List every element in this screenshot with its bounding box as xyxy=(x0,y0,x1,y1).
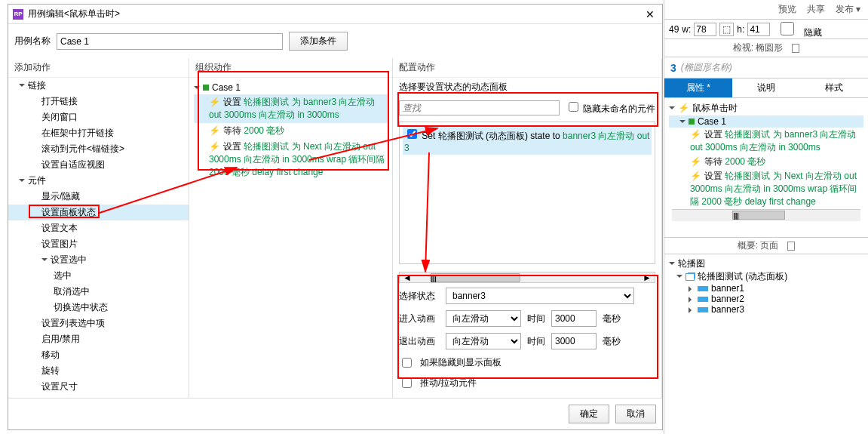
caret-down-icon xyxy=(19,84,25,90)
interactions-tree: ⚡鼠标单击时 Case 1 ⚡设置 轮播图测试 为 banner3 向左滑动 o… xyxy=(664,98,868,238)
lock-icon[interactable]: ⬚ xyxy=(719,23,734,36)
preview-link[interactable]: 预览 xyxy=(778,3,796,16)
case-icon xyxy=(203,85,209,91)
caret-down-icon xyxy=(676,275,682,281)
tree-item[interactable]: 移动 xyxy=(8,347,189,363)
height-input[interactable] xyxy=(747,23,770,36)
tree-item[interactable]: 旋转 xyxy=(8,363,189,379)
action-node[interactable]: ⚡设置 轮播图测试 为 Next 向左滑动 out 3000ms 向左滑动 in… xyxy=(669,169,863,209)
time-label: 时间 xyxy=(527,335,545,348)
anim-out-dropdown[interactable]: 向左滑动 xyxy=(446,333,521,349)
anim-in-dropdown[interactable]: 向左滑动 xyxy=(446,310,521,327)
action-node[interactable]: ⚡设置 轮播图测试 为 banner3 向左滑动 out 3000ms 向左滑动… xyxy=(669,128,863,155)
panel-list[interactable]: Set 轮播图测试 (动态面板) state to banner3 向左滑动 o… xyxy=(399,122,655,264)
horizontal-scrollbar[interactable]: ◄ Ⅲ ► xyxy=(399,272,655,283)
caret-down-icon xyxy=(41,258,48,264)
ms-label: 毫秒 xyxy=(603,335,621,348)
caret-down-icon xyxy=(669,262,675,268)
panel-item-checkbox[interactable] xyxy=(407,129,417,139)
time-label: 时间 xyxy=(527,312,545,325)
dialog-body: 添加动作 链接 打开链接 关闭窗口 在框架中打开链接 滚动到元件<锚链接> 设置… xyxy=(8,58,662,398)
case-editor-dialog: RP 用例编辑<鼠标单击时> ✕ 用例名称 添加条件 添加动作 链接 打开链接 … xyxy=(8,4,663,430)
cancel-button[interactable]: 取消 xyxy=(615,405,656,423)
tree-item[interactable]: 切换选中状态 xyxy=(8,300,189,315)
dimensions-row: 49 w: ⬚ h: 隐藏 xyxy=(664,20,868,39)
hide-unnamed-checkbox[interactable]: 隐藏未命名的元件 xyxy=(566,100,655,115)
top-links: 预览 共享 发布 ▾ xyxy=(664,0,868,20)
share-link[interactable]: 共享 xyxy=(807,3,825,16)
bolt-icon: ⚡ xyxy=(690,171,701,181)
ms-label: 毫秒 xyxy=(603,312,621,325)
tree-item[interactable]: 启用/禁用 xyxy=(8,331,189,347)
tree-item[interactable]: 设置文本 xyxy=(8,220,189,236)
anim-in-time-input[interactable] xyxy=(551,310,597,327)
shape-name-placeholder[interactable]: (椭圆形名称) xyxy=(681,61,732,74)
outline-root[interactable]: 轮播图 xyxy=(669,257,863,270)
push-pull-row[interactable]: 推动/拉动元件 xyxy=(393,373,661,393)
outline-tree: 轮播图 轮播图测试 (动态面板) banner1 banner2 banner3 xyxy=(664,254,868,318)
publish-link[interactable]: 发布 ▾ xyxy=(836,3,860,16)
tree-item[interactable]: 设置尺寸 xyxy=(8,379,189,395)
caret-right-icon xyxy=(689,297,695,303)
tree-item[interactable]: 滚动到元件<锚链接> xyxy=(8,141,189,157)
document-icon[interactable] xyxy=(787,242,795,251)
caret-down-icon xyxy=(19,179,25,185)
outline-dp[interactable]: 轮播图测试 (动态面板) xyxy=(669,270,863,283)
case-node[interactable]: Case 1 xyxy=(669,115,863,128)
show-if-hidden-row[interactable]: 如果隐藏则显示面板 xyxy=(393,352,661,373)
action-node-1[interactable]: ⚡设置 轮播图测试 为 banner3 向左滑动 out 3000ms 向左滑动… xyxy=(194,94,388,123)
document-icon[interactable] xyxy=(792,44,799,53)
case-name-input[interactable] xyxy=(57,33,283,50)
bolt-icon: ⚡ xyxy=(690,129,701,140)
tree-item-set-panel-state[interactable]: 设置面板状态 xyxy=(8,205,189,220)
tree-item[interactable]: 设置图片 xyxy=(8,236,189,252)
scrollbar-thumb[interactable]: Ⅲ xyxy=(732,211,785,220)
anim-in-label: 进入动画 xyxy=(399,312,440,325)
anim-out-time-input[interactable] xyxy=(551,333,597,349)
state-icon xyxy=(698,297,708,302)
tree-item[interactable]: 置于顶层/底层 xyxy=(8,395,189,398)
scrollbar-thumb[interactable]: Ⅲ xyxy=(430,273,520,282)
outline-item[interactable]: banner2 xyxy=(669,294,863,304)
ok-button[interactable]: 确定 xyxy=(569,405,609,423)
hscroll[interactable]: Ⅲ xyxy=(672,209,860,221)
bolt-icon: ⚡ xyxy=(209,125,220,136)
width-input[interactable] xyxy=(694,23,716,36)
search-input[interactable] xyxy=(399,100,560,115)
caret-down-icon xyxy=(194,86,200,92)
tab-properties[interactable]: 属性 * xyxy=(664,78,732,97)
tree-item[interactable]: 选中 xyxy=(8,268,189,284)
organize-action-header: 组织动作 xyxy=(189,58,392,78)
outline-item[interactable]: banner3 xyxy=(669,304,863,315)
bolt-icon: ⚡ xyxy=(209,97,220,107)
add-condition-button[interactable]: 添加条件 xyxy=(289,32,348,51)
shape-name-row: 3 (椭圆形名称) xyxy=(664,57,868,78)
tree-group-setsel[interactable]: 设置选中 xyxy=(8,252,189,268)
tab-notes[interactable]: 说明 xyxy=(732,78,800,97)
tree-item[interactable]: 关闭窗口 xyxy=(8,109,189,125)
outline-item[interactable]: banner1 xyxy=(669,283,863,294)
action-node[interactable]: ⚡等待 2000 毫秒 xyxy=(669,155,863,169)
event-node[interactable]: ⚡鼠标单击时 xyxy=(669,101,863,115)
tree-item[interactable]: 设置列表选中项 xyxy=(8,315,189,331)
panel-item[interactable]: Set 轮播图测试 (动态面板) state to banner3 向左滑动 o… xyxy=(403,125,652,155)
anim-out-label: 退出动画 xyxy=(399,335,440,348)
tree-item[interactable]: 取消选中 xyxy=(8,284,189,300)
caret-right-icon xyxy=(689,286,695,292)
action-node-3[interactable]: ⚡设置 轮播图测试 为 Next 向左滑动 out 3000ms 向左滑动 in… xyxy=(194,139,388,180)
close-button[interactable]: ✕ xyxy=(643,8,658,20)
tree-item[interactable]: 打开链接 xyxy=(8,94,189,109)
hide-checkbox[interactable]: 隐藏 xyxy=(773,20,821,39)
select-state-dropdown[interactable]: banner3 xyxy=(446,288,634,304)
tree-item[interactable]: 在框架中打开链接 xyxy=(8,125,189,141)
select-panel-label: 选择要设置状态的动态面板 xyxy=(393,78,661,97)
action-node-2[interactable]: ⚡等待 2000 毫秒 xyxy=(194,123,388,139)
case-node[interactable]: Case 1 xyxy=(194,81,388,94)
tab-style[interactable]: 样式 xyxy=(800,78,868,97)
anim-out-row: 退出动画 向左滑动 时间 毫秒 xyxy=(393,330,661,352)
tree-group-widget[interactable]: 元件 xyxy=(8,173,189,189)
tree-group-link[interactable]: 链接 xyxy=(8,78,189,94)
inspector-header: 检视: 椭圆形 xyxy=(664,39,868,57)
tree-item[interactable]: 设置自适应视图 xyxy=(8,157,189,173)
tree-item[interactable]: 显示/隐藏 xyxy=(8,189,189,205)
